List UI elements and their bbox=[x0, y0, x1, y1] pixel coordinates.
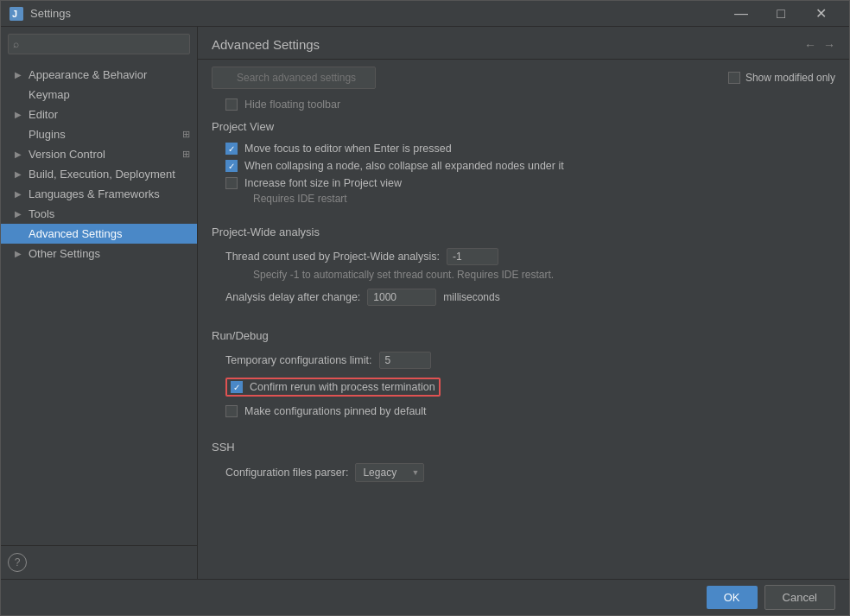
sidebar-search-wrap: ⌕ bbox=[8, 34, 190, 54]
arrow-icon: ▶ bbox=[15, 249, 25, 258]
window-controls: — □ ✕ bbox=[721, 1, 840, 27]
ok-button[interactable]: OK bbox=[707, 586, 758, 609]
setting-increase-font: Increase font size in Project view bbox=[212, 175, 835, 192]
minimize-button[interactable]: — bbox=[721, 1, 761, 27]
sidebar-search-icon: ⌕ bbox=[13, 38, 19, 50]
sidebar-item-tools[interactable]: ▶ Tools bbox=[1, 204, 197, 224]
sidebar: ⌕ ▶ Appearance & Behavior Keymap ▶ Edito… bbox=[1, 27, 198, 579]
help-button[interactable]: ? bbox=[8, 553, 27, 572]
requires-restart-note: Requires IDE restart bbox=[212, 193, 835, 205]
section-title-run-debug: Run/Debug bbox=[212, 322, 835, 342]
cancel-button[interactable]: Cancel bbox=[764, 585, 835, 610]
content-area: Advanced Settings ← → ⌕ Show modified on… bbox=[198, 27, 849, 579]
confirm-rerun-checkbox[interactable] bbox=[231, 381, 243, 393]
config-parser-select[interactable]: Legacy Modern bbox=[355, 463, 424, 482]
sidebar-item-label: Keymap bbox=[29, 88, 190, 101]
sidebar-search-input[interactable] bbox=[8, 34, 190, 54]
sidebar-item-label: Build, Execution, Deployment bbox=[29, 168, 190, 181]
settings-scroll: Hide floating toolbar Project View Move … bbox=[198, 96, 849, 579]
content-header: Advanced Settings ← → bbox=[198, 27, 849, 60]
page-title: Advanced Settings bbox=[212, 37, 320, 52]
back-button[interactable]: ← bbox=[804, 38, 816, 52]
maximize-button[interactable]: □ bbox=[761, 1, 801, 27]
confirm-rerun-label: Confirm rerun with process termination bbox=[250, 381, 435, 393]
nav-arrows: ← → bbox=[804, 38, 835, 52]
thread-count-input[interactable] bbox=[447, 248, 498, 265]
sidebar-item-keymap[interactable]: Keymap bbox=[1, 85, 197, 105]
arrow-icon: ▶ bbox=[15, 70, 25, 79]
setting-move-focus: Move focus to editor when Enter is press… bbox=[212, 140, 835, 157]
arrow-icon: ▶ bbox=[15, 189, 25, 199]
milliseconds-label: milliseconds bbox=[443, 291, 499, 303]
config-parser-label: Configuration files parser: bbox=[225, 467, 348, 479]
main-content: ⌕ ▶ Appearance & Behavior Keymap ▶ Edito… bbox=[1, 27, 849, 579]
settings-window: J Settings — □ ✕ ⌕ ▶ Appearance & Behavi… bbox=[0, 0, 850, 616]
sidebar-item-label: Advanced Settings bbox=[29, 227, 190, 240]
sidebar-bottom: ? bbox=[1, 545, 197, 579]
increase-font-label: Increase font size in Project view bbox=[244, 177, 402, 189]
temp-config-input[interactable] bbox=[379, 352, 431, 369]
sidebar-item-label: Editor bbox=[29, 108, 190, 121]
confirm-rerun-row: Confirm rerun with process termination bbox=[212, 375, 835, 399]
sidebar-item-label: Version Control bbox=[29, 148, 182, 161]
ssh-section: SSH Configuration files parser: Legacy M… bbox=[212, 434, 835, 485]
project-wide-section: Project-Wide analysis Thread count used … bbox=[212, 219, 835, 308]
app-icon: J bbox=[10, 7, 23, 21]
settings-search-input[interactable] bbox=[212, 67, 376, 89]
sidebar-item-appearance[interactable]: ▶ Appearance & Behavior bbox=[1, 65, 197, 85]
setting-collapse-node: When collapsing a node, also collapse al… bbox=[212, 157, 835, 175]
move-focus-checkbox[interactable] bbox=[225, 143, 238, 155]
sidebar-item-other[interactable]: ▶ Other Settings bbox=[1, 244, 197, 264]
config-parser-dropdown-wrap: Legacy Modern bbox=[355, 463, 424, 482]
arrow-icon: ▶ bbox=[15, 149, 25, 159]
sidebar-item-label: Other Settings bbox=[29, 247, 190, 260]
sidebar-item-label: Plugins bbox=[29, 128, 182, 141]
increase-font-checkbox[interactable] bbox=[225, 177, 238, 189]
hide-floating-label: Hide floating toolbar bbox=[244, 98, 340, 111]
analysis-delay-label: Analysis delay after change: bbox=[225, 291, 360, 303]
sidebar-item-editor[interactable]: ▶ Editor bbox=[1, 105, 197, 124]
sidebar-item-languages[interactable]: ▶ Languages & Frameworks bbox=[1, 184, 197, 204]
sidebar-item-advanced[interactable]: Advanced Settings bbox=[1, 224, 197, 244]
section-title-project-view: Project View bbox=[212, 113, 835, 133]
make-pinned-checkbox[interactable] bbox=[225, 405, 238, 417]
sidebar-item-version-control[interactable]: ▶ Version Control ⊞ bbox=[1, 144, 197, 164]
search-bar-row: ⌕ Show modified only bbox=[198, 60, 849, 96]
footer: OK Cancel bbox=[1, 579, 849, 615]
plugin-icon: ⊞ bbox=[182, 129, 190, 140]
make-pinned-label: Make configurations pinned by default bbox=[244, 405, 427, 417]
thread-note: Specify -1 to automatically set thread c… bbox=[212, 269, 835, 281]
hide-floating-checkbox[interactable] bbox=[225, 98, 238, 111]
plugin-icon: ⊞ bbox=[182, 149, 190, 160]
nav-tree: ▶ Appearance & Behavior Keymap ▶ Editor … bbox=[1, 61, 197, 545]
show-modified-label: Show modified only bbox=[745, 72, 835, 84]
temp-config-row: Temporary configurations limit: bbox=[212, 349, 835, 372]
analysis-delay-input[interactable] bbox=[367, 289, 436, 306]
temp-config-label: Temporary configurations limit: bbox=[225, 354, 372, 366]
forward-button[interactable]: → bbox=[823, 38, 835, 52]
thread-count-row: Thread count used by Project-Wide analys… bbox=[212, 245, 835, 268]
collapse-node-label: When collapsing a node, also collapse al… bbox=[244, 160, 564, 172]
move-focus-label: Move focus to editor when Enter is press… bbox=[244, 143, 452, 155]
confirm-rerun-highlight: Confirm rerun with process termination bbox=[225, 378, 441, 397]
svg-text:J: J bbox=[12, 9, 17, 19]
sidebar-item-label: Tools bbox=[29, 207, 190, 220]
section-title-analysis: Project-Wide analysis bbox=[212, 219, 835, 238]
show-modified-row: Show modified only bbox=[728, 72, 835, 84]
arrow-icon: ▶ bbox=[15, 209, 25, 219]
sidebar-item-label: Languages & Frameworks bbox=[29, 187, 190, 200]
sidebar-item-build[interactable]: ▶ Build, Execution, Deployment bbox=[1, 164, 197, 184]
run-debug-section: Run/Debug Temporary configurations limit… bbox=[212, 322, 835, 420]
section-title-ssh: SSH bbox=[212, 434, 835, 454]
project-view-section: Project View Move focus to editor when E… bbox=[212, 113, 835, 205]
thread-count-label: Thread count used by Project-Wide analys… bbox=[225, 251, 440, 263]
make-pinned-row: Make configurations pinned by default bbox=[212, 403, 835, 420]
arrow-icon: ▶ bbox=[15, 110, 25, 119]
close-button[interactable]: ✕ bbox=[801, 1, 840, 27]
show-modified-checkbox[interactable] bbox=[728, 72, 740, 84]
arrow-icon: ▶ bbox=[15, 169, 25, 179]
window-title: Settings bbox=[30, 7, 721, 20]
hide-floating-toolbar-row: Hide floating toolbar bbox=[212, 96, 835, 113]
collapse-node-checkbox[interactable] bbox=[225, 160, 238, 172]
sidebar-item-plugins[interactable]: ▶ Plugins ⊞ bbox=[1, 124, 197, 144]
